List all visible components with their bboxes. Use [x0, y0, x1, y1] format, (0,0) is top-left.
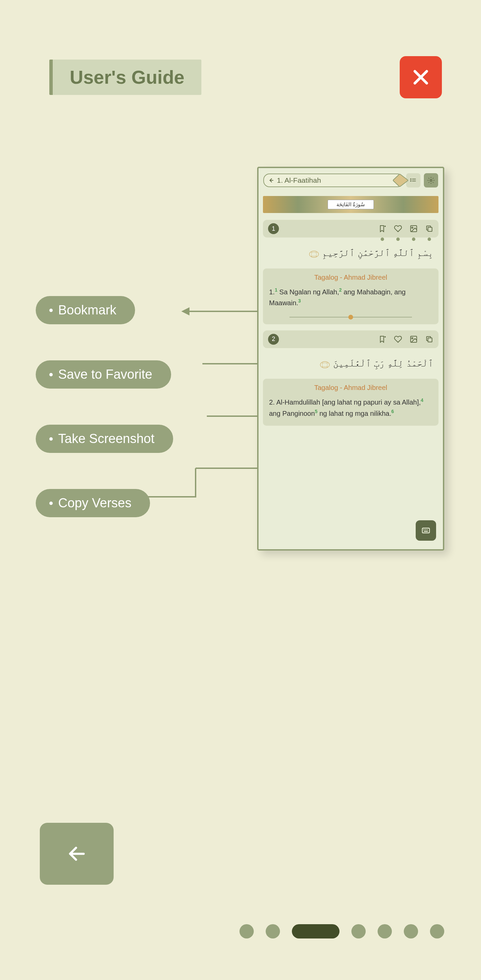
settings-button: [424, 173, 438, 188]
page-dot[interactable]: [240, 924, 254, 939]
nav-decoration-icon: [393, 174, 408, 187]
translation-label: Tagalog - Ahmad Jibreel: [269, 274, 432, 282]
back-button[interactable]: [40, 823, 114, 885]
keyboard-icon: [421, 526, 431, 535]
svg-point-17: [411, 337, 413, 339]
bookmark-icon: [378, 224, 386, 233]
svg-rect-19: [422, 528, 430, 533]
divider-icon: [289, 317, 412, 318]
verse-arabic-text: ٱلْحَمْدُ لِلَّهِ رَبِّ ٱلْعَٰلَمِينَ ۝: [263, 348, 438, 377]
fab-button: [416, 520, 436, 541]
svg-point-7: [411, 181, 411, 181]
svg-marker-3: [393, 174, 408, 187]
svg-point-12: [411, 227, 413, 228]
list-view-button: [406, 173, 421, 188]
surah-name-arabic: سُورَةُ الفَاتِحَة: [328, 200, 374, 209]
verse-header: 2: [263, 331, 438, 348]
heart-icon: [394, 335, 402, 343]
heart-icon: [394, 224, 402, 233]
page-dot[interactable]: [430, 924, 444, 939]
image-icon: [410, 335, 418, 343]
translation-card: Tagalog - Ahmad Jibreel 2. Al-Hamdulilla…: [263, 379, 438, 425]
callout-bookmark: Bookmark: [36, 296, 135, 324]
close-button[interactable]: [400, 56, 442, 98]
callout-screenshot: Take Screenshot: [36, 425, 173, 453]
svg-point-6: [411, 179, 411, 179]
surah-banner: سُورَةُ الفَاتِحَة: [263, 196, 438, 213]
page-dot-active[interactable]: [292, 924, 340, 939]
verse-card: 2 ٱلْحَمْدُ لِلَّهِ رَبِّ ٱلْ: [263, 331, 438, 426]
svg-rect-18: [428, 338, 432, 342]
back-arrow-icon: [267, 177, 274, 184]
page-title: User's Guide: [49, 60, 202, 95]
svg-rect-13: [428, 227, 432, 231]
list-icon: [410, 177, 417, 184]
translation-card: Tagalog - Ahmad Jibreel 1.1 Sa Ngalan ng…: [263, 269, 438, 324]
verse-number-badge: 1: [268, 223, 279, 234]
translation-text: 2. Al-Hamdulillah [ang lahat ng papuri a…: [269, 396, 432, 418]
page-dot[interactable]: [351, 924, 366, 939]
copy-icon: [425, 335, 433, 343]
phone-preview: 1. Al-Faatihah: [257, 167, 444, 550]
callout-copy: Copy Verses: [36, 489, 150, 517]
svg-point-8: [430, 179, 432, 181]
callout-favorite: Save to Favorite: [36, 360, 171, 388]
phone-nav-bar: 1. Al-Faatihah: [263, 173, 403, 187]
page-dot[interactable]: [266, 924, 280, 939]
gear-icon: [427, 177, 435, 184]
page-dot[interactable]: [404, 924, 418, 939]
copy-icon: [425, 224, 433, 233]
page-dot[interactable]: [378, 924, 392, 939]
translation-label: Tagalog - Ahmad Jibreel: [269, 384, 432, 392]
back-arrow-icon: [67, 843, 87, 864]
close-icon: [411, 67, 431, 88]
verse-header: 1: [263, 220, 438, 237]
translation-text: 1.1 Sa Ngalan ng Allah,2 ang Mahabagin, …: [269, 286, 432, 308]
verse-arabic-text: بِسْمِ ٱللَّهِ ٱلرَّحْمَٰنِ ٱلرَّحِيمِ ۝: [263, 237, 438, 267]
image-icon: [410, 224, 418, 233]
bookmark-icon: [378, 335, 386, 343]
phone-nav-title: 1. Al-Faatihah: [277, 176, 321, 185]
callout-list: Bookmark Save to Favorite Take Screensho…: [36, 296, 173, 517]
verse-card: 1: [263, 220, 438, 324]
pagination-dots: [240, 924, 444, 939]
verse-number-badge: 2: [268, 334, 279, 345]
